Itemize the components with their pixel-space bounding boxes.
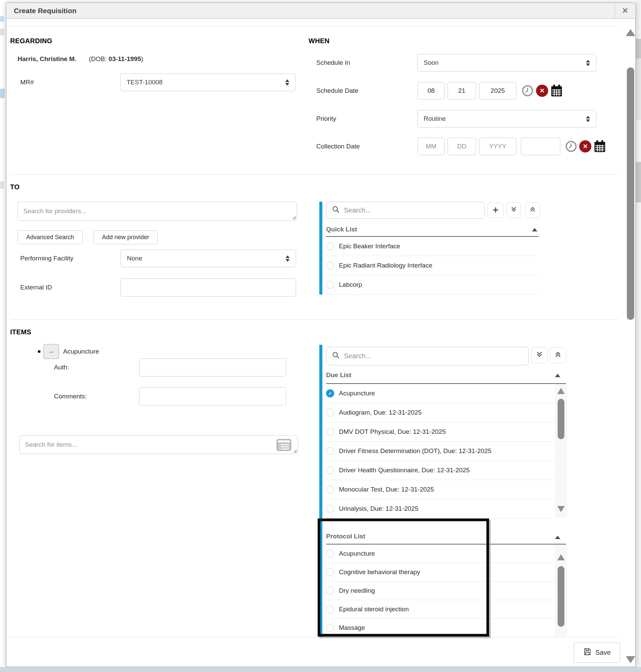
radio-circle-icon[interactable]: ✓ [326,505,334,513]
patient-dob: (DOB: 03-11-1995) [89,55,144,62]
divider [10,174,618,175]
quick-list-item[interactable]: ✓ Labcorp [326,275,539,294]
close-button[interactable]: ✕ [615,3,635,18]
dialog-scroll-up-icon[interactable] [626,29,635,36]
schedule-date-calendar-icon[interactable] [550,84,563,98]
due-list-search-input[interactable]: Search... [326,347,529,365]
background-fragment [636,39,641,58]
quick-list-item[interactable]: ✓ Epic Radiant Radiology Interface [326,256,539,275]
collection-date-calendar-icon[interactable] [594,140,606,153]
schedule-date-clear-icon[interactable]: ✕ [536,85,548,97]
provider-search-input[interactable]: Search for providers... [17,202,297,221]
item-lists-collapse-all-button[interactable] [531,347,547,363]
priority-value: Routine [424,115,446,123]
schedule-date-month-input[interactable]: 08 [418,82,445,99]
schedule-date-day-input[interactable]: 21 [448,82,476,99]
due-list-scroll-down-icon[interactable] [557,506,565,512]
collection-time-input[interactable] [521,138,560,155]
background-fragment [0,89,5,98]
priority-select[interactable]: Routine [417,110,597,127]
quick-list-expand-all-button[interactable] [525,202,540,218]
divider [10,26,618,26]
protocol-list-collapse-icon[interactable] [555,536,560,539]
quick-list-item[interactable]: ✓ Epic Beaker Interface [326,237,539,256]
auth-input[interactable] [139,358,286,377]
due-list-item-label: DMV DOT Physical, Due: 12-31-2025 [339,428,446,435]
quick-list-search-input[interactable]: Search... [326,202,485,219]
remove-item-button[interactable]: – [43,344,59,359]
due-list-collapse-icon[interactable] [555,374,560,377]
comments-label: Comments: [54,387,87,406]
collection-month-input[interactable]: MM [418,138,445,155]
auth-label: Auth: [54,358,69,377]
item-lists-expand-all-button[interactable] [550,347,566,363]
item-list-icon[interactable] [276,438,292,453]
select-arrows-icon [586,116,590,122]
protocol-list-scrollbar-thumb[interactable] [558,566,564,627]
resize-handle[interactable] [292,215,296,219]
dialog-titlebar: Create Requisition ✕ [6,3,636,18]
radio-circle-icon[interactable]: ✓ [326,486,334,493]
quick-list: ✓ Epic Beaker Interface ✓ Epic Radiant R… [326,237,539,294]
performing-facility-select[interactable]: None [121,250,296,267]
item-search-placeholder: Search for items... [25,441,77,448]
external-id-input[interactable] [121,278,296,296]
schedule-time-clock-icon[interactable] [521,85,534,97]
radio-circle-icon[interactable]: ✓ [326,466,334,474]
select-arrows-icon [286,255,290,262]
radio-circle-icon[interactable]: ✓ [326,242,334,250]
external-id-label: External ID [20,278,52,296]
priority-label: Priority [316,110,336,127]
collection-date-clear-icon[interactable]: ✕ [579,140,591,153]
dialog-scroll-down-icon[interactable] [626,656,635,663]
due-list-title: Due List [326,369,351,381]
radio-circle-icon[interactable]: ✓ [326,447,334,455]
performing-facility-label: Performing Facility [20,250,73,267]
double-chevron-down-icon [510,206,517,214]
collection-time-clock-icon[interactable] [565,140,577,153]
due-list-item[interactable]: ✓ Acupuncture [326,384,554,403]
schedule-date-year-input[interactable]: 2025 [479,82,516,99]
due-list-item-label: Monocular Test, Due: 12-31-2025 [339,486,434,493]
dialog-scrollbar-thumb[interactable] [627,68,634,320]
due-list-item-label: Audiogram, Due: 12-31-2025 [339,409,422,416]
radio-circle-icon[interactable]: ✓ [326,262,334,269]
mr-select[interactable]: TEST-10008 [120,73,296,91]
collection-day-input[interactable]: DD [448,138,476,155]
due-list-item[interactable]: ✓ Urinalysis, Due: 12-31-2025 [326,499,554,518]
save-button[interactable]: Save [574,643,620,662]
double-chevron-up-icon [554,350,562,360]
radio-circle-icon[interactable]: ✓ [326,281,334,289]
collection-date-label: Collection Date [316,138,360,155]
background-bottom-strip [0,667,641,672]
quick-list-collapse-icon[interactable] [532,228,537,232]
performing-facility-value: None [127,255,142,262]
radio-circle-icon[interactable]: ✓ [326,389,334,397]
search-icon [332,351,340,361]
due-list-item[interactable]: ✓ Audiogram, Due: 12-31-2025 [326,403,554,422]
resize-handle[interactable] [293,449,297,453]
due-list-scrollbar-thumb[interactable] [558,399,564,439]
due-list-scroll-up-icon[interactable] [557,388,565,394]
add-new-provider-button[interactable]: Add new provider [94,230,158,244]
radio-circle-icon[interactable]: ✓ [326,408,334,417]
item-search-input[interactable]: Search for items... [19,435,298,454]
quick-list-collapse-all-button[interactable] [506,202,521,218]
advanced-search-button[interactable]: Advanced Search [17,230,83,244]
add-provider-to-list-button[interactable]: + [488,202,504,218]
due-list-item[interactable]: ✓ DMV DOT Physical, Due: 12-31-2025 [326,422,554,442]
schedule-in-select[interactable]: Soon [417,54,597,71]
schedule-in-label: Schedule In [316,54,350,71]
due-list-item-label: Driver Fitness Determination (DOT), Due:… [339,447,491,455]
comments-input[interactable] [139,387,286,406]
collection-year-input[interactable]: YYYY [479,138,516,155]
radio-circle-icon[interactable]: ✓ [326,428,334,436]
dialog-title: Create Requisition [6,7,77,15]
due-list-item[interactable]: ✓ Driver Fitness Determination (DOT), Du… [326,442,554,461]
save-floppy-icon [583,648,591,658]
protocol-list-scroll-up-icon[interactable] [557,554,565,560]
due-list-item[interactable]: ✓ Monocular Test, Due: 12-31-2025 [326,480,554,499]
due-list-item[interactable]: ✓ Driver Health Questionnaire, Due: 12-3… [326,461,554,480]
select-arrows-icon [586,60,590,66]
background-fragment [0,29,4,36]
